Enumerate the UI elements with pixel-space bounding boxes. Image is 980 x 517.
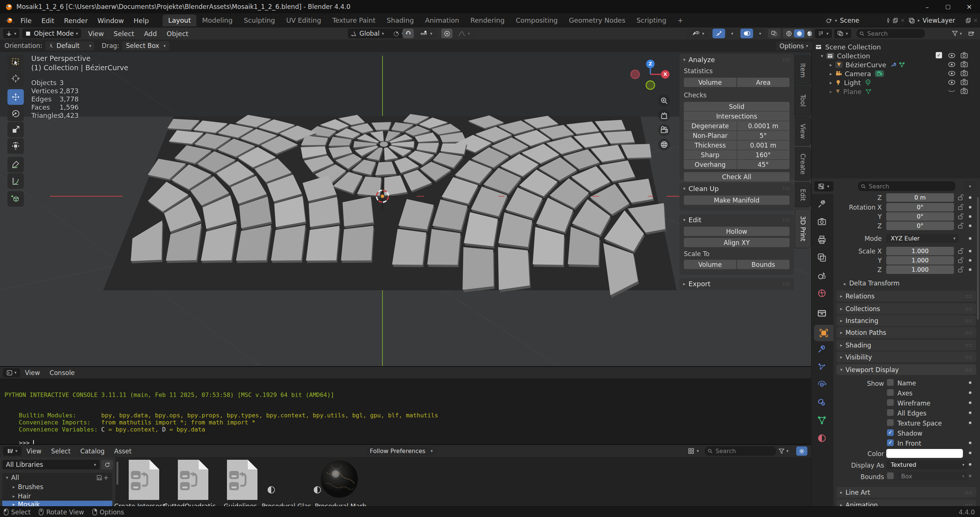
section-shading[interactable]: ▸Shading:::: [836, 340, 976, 350]
blender-menu-icon[interactable] [5, 17, 14, 24]
import-method-dropdown[interactable]: Follow Preferences▾ [366, 446, 436, 456]
bounds-dropdown[interactable]: Box▾ [897, 472, 967, 481]
tab-compositing[interactable]: Compositing [510, 14, 563, 26]
rot-z-field[interactable]: 0° [886, 222, 954, 230]
analyze-header[interactable]: ▾Analyze:::: [679, 54, 794, 65]
tab-modifiers[interactable] [817, 344, 827, 354]
lock-icon[interactable] [958, 222, 964, 229]
tab-particles[interactable] [817, 362, 827, 372]
check-solid-button[interactable]: Solid [684, 102, 789, 111]
eye-icon[interactable] [948, 79, 955, 85]
shading-dropdown[interactable]: ▾ [807, 32, 810, 36]
tab-output[interactable] [817, 235, 827, 244]
proportional-editing-button[interactable] [441, 29, 452, 38]
catalog-all[interactable]: ▾All + [2, 473, 112, 482]
transform-orientation-selector[interactable]: Global ▾ [348, 29, 387, 38]
scale-to-volume-button[interactable]: Volume [684, 260, 736, 269]
tool-rotate[interactable] [8, 106, 24, 121]
camera-visibility-icon[interactable] [961, 88, 968, 94]
new-collection-button[interactable] [966, 29, 977, 38]
proportional-falloff-button[interactable]: ▾ [453, 29, 475, 38]
export-header[interactable]: ▸Export:::: [679, 278, 794, 289]
hollow-button[interactable]: Hollow [684, 227, 789, 236]
tab-texture-paint[interactable]: Texture Paint [327, 14, 381, 26]
asset-filter-button[interactable]: ▾ [774, 446, 793, 456]
catalog-hair[interactable]: ▸Hair [2, 492, 112, 501]
cleanup-header[interactable]: ▾Clean Up:::: [679, 183, 794, 194]
properties-search-input[interactable] [868, 182, 953, 190]
tab-rendering[interactable]: Rendering [465, 14, 510, 26]
viewport-menu-select[interactable]: Select [109, 30, 139, 38]
animate-dot[interactable] [969, 250, 972, 252]
expand-icon[interactable]: ▸ [830, 71, 832, 76]
snap-settings-button[interactable]: ▾ [414, 29, 438, 38]
tab-material[interactable] [817, 433, 827, 443]
display-as-dropdown[interactable]: Textured▾ [886, 460, 967, 469]
make-manifold-button[interactable]: Make Manifold [684, 195, 789, 205]
asset-item-nodegroup[interactable]: Create Intersecti... [120, 459, 164, 509]
camera-visibility-icon[interactable] [961, 61, 968, 67]
menu-file[interactable]: File [16, 17, 37, 25]
section-visibility[interactable]: ▸Visibility:::: [836, 352, 976, 362]
light-data-icon[interactable] [865, 79, 871, 86]
tab-animation[interactable]: Animation [419, 14, 465, 26]
display-settings-button[interactable]: ▾ [684, 446, 703, 456]
console-menu-view[interactable]: View [20, 369, 45, 376]
outliner-item-camera[interactable]: ▸ Camera [830, 69, 884, 78]
close-button[interactable]: ✕ [958, 0, 980, 13]
npanel-tab-3d-print[interactable]: 3D Print [795, 209, 811, 248]
npanel-tab-item[interactable]: Item [795, 56, 811, 85]
menu-window[interactable]: Window [93, 17, 129, 25]
menu-render[interactable]: Render [59, 17, 93, 25]
checkbox-in-front[interactable] [887, 439, 894, 446]
tab-object-data[interactable] [817, 416, 827, 425]
asset-item-material[interactable]: Procedural Marb... [316, 459, 364, 509]
tool-cursor[interactable] [8, 71, 24, 86]
collection-checkbox[interactable]: ✓ [936, 52, 942, 59]
scene-selector[interactable]: ▾ Scene ✕ [824, 15, 907, 25]
add-catalog-icon[interactable]: + [103, 474, 109, 481]
camera-visibility-icon[interactable] [961, 70, 968, 76]
tab-scripting[interactable]: Scripting [631, 14, 672, 26]
check-all-button[interactable]: Check All [684, 172, 789, 181]
sharp-value-field[interactable]: 160° [737, 150, 790, 159]
npanel-tab-edit[interactable]: Edit [795, 182, 811, 208]
drag-dots-icon[interactable]: :::: [783, 57, 790, 62]
tool-measure[interactable] [8, 173, 24, 189]
gizmos-dropdown-button[interactable]: ▾ [726, 29, 736, 38]
tab-render[interactable] [817, 217, 827, 227]
animate-dot[interactable] [969, 268, 972, 271]
gizmos-toggle-button[interactable] [713, 29, 725, 38]
viewlayer-selector[interactable]: ▾ ViewLayer ✕ [906, 15, 980, 25]
lock-icon[interactable] [958, 204, 964, 210]
camera-visibility-icon[interactable] [961, 79, 968, 85]
asset-menu-catalog[interactable]: Catalog [76, 447, 110, 455]
asset-search[interactable] [705, 446, 776, 456]
asset-search-input[interactable] [715, 447, 773, 455]
asset-scrollbar[interactable] [116, 461, 118, 485]
tool-annotate[interactable] [8, 157, 24, 173]
outliner-display-mode-button[interactable]: ▾ [834, 29, 851, 38]
delta-transform-header[interactable]: ▸Delta Transform [844, 279, 900, 287]
overhang-value-field[interactable]: 45° [737, 160, 790, 169]
checkbox-bounds[interactable] [887, 473, 894, 479]
nonplanar-value-field[interactable]: 5° [737, 131, 790, 140]
tab-collection-props[interactable] [817, 309, 827, 318]
check-overhang-button[interactable]: Overhang [684, 160, 737, 169]
expand-icon[interactable]: ▸ [830, 89, 832, 94]
asset-menu-asset[interactable]: Asset [110, 447, 136, 455]
section-instancing[interactable]: ▸Instancing:::: [836, 315, 976, 326]
tool-add-cube[interactable] [8, 191, 24, 207]
menu-edit[interactable]: Edit [37, 17, 59, 25]
loc-z-field[interactable]: 0 m [886, 193, 954, 202]
align-xy-button[interactable]: Align XY [684, 238, 789, 247]
degenerate-value-field[interactable]: 0.0001 m [737, 121, 790, 130]
scale-x-field[interactable]: 1.000 [886, 247, 954, 255]
outliner-search[interactable] [856, 29, 925, 38]
asset-item-material[interactable]: Procedural Glas... [267, 459, 312, 509]
rot-x-field[interactable]: 0° [886, 203, 954, 211]
lock-icon[interactable] [958, 247, 964, 254]
check-nonplanar-button[interactable]: Non-Planar [684, 131, 737, 140]
section-motion-paths[interactable]: ▸Motion Paths:::: [836, 327, 976, 338]
volume-button[interactable]: Volume [684, 78, 736, 87]
